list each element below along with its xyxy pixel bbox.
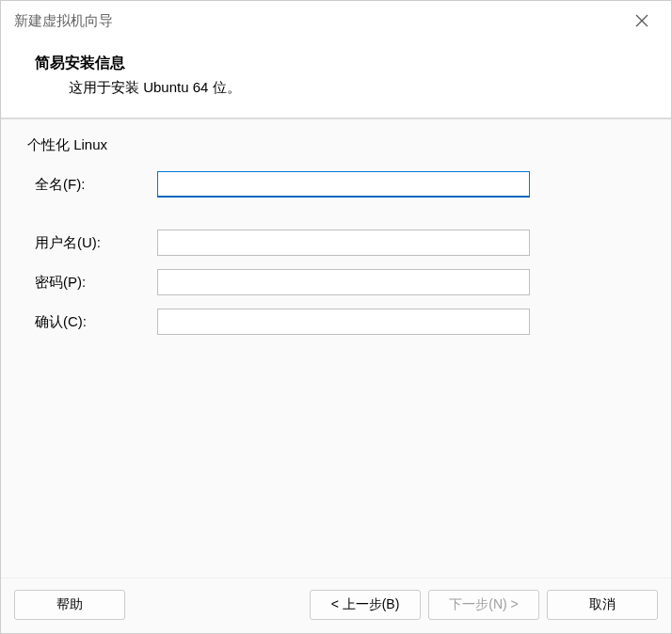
body-section: 个性化 Linux 全名(F): 用户名(U): 密码(P): 确认(C): <box>1 119 671 578</box>
help-button[interactable]: 帮助 <box>14 590 125 620</box>
close-button[interactable] <box>622 1 662 40</box>
window-title: 新建虚拟机向导 <box>14 12 113 30</box>
form-row-password: 密码(P): <box>27 269 645 295</box>
confirm-input[interactable] <box>157 309 530 335</box>
username-input[interactable] <box>157 230 530 256</box>
confirm-label: 确认(C): <box>27 313 157 331</box>
header-title: 简易安装信息 <box>35 54 637 73</box>
form-row-fullname: 全名(F): <box>27 171 645 198</box>
section-label: 个性化 Linux <box>27 136 645 154</box>
form-row-confirm: 确认(C): <box>27 309 645 335</box>
form-row-username: 用户名(U): <box>27 230 645 256</box>
header-section: 简易安装信息 这用于安装 Ubuntu 64 位。 <box>1 40 671 118</box>
back-button[interactable]: < 上一步(B) <box>310 590 421 620</box>
wizard-dialog: 新建虚拟机向导 简易安装信息 这用于安装 Ubuntu 64 位。 个性化 Li… <box>0 0 672 634</box>
header-subtitle: 这用于安装 Ubuntu 64 位。 <box>35 79 637 97</box>
password-label: 密码(P): <box>27 274 157 292</box>
cancel-button[interactable]: 取消 <box>547 590 658 620</box>
password-input[interactable] <box>157 269 530 295</box>
next-button[interactable]: 下一步(N) > <box>428 590 539 620</box>
footer: 帮助 < 上一步(B) 下一步(N) > 取消 <box>1 578 671 633</box>
fullname-input[interactable] <box>157 171 530 198</box>
close-icon <box>635 14 648 27</box>
username-label: 用户名(U): <box>27 234 157 252</box>
titlebar: 新建虚拟机向导 <box>1 1 671 40</box>
fullname-label: 全名(F): <box>27 176 157 194</box>
